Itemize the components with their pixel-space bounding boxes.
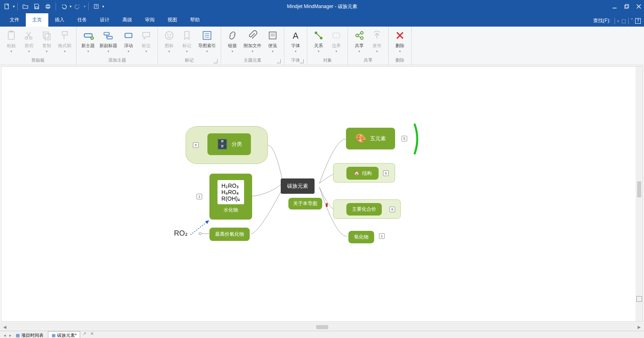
dialog-launcher[interactable]: [300, 59, 304, 63]
horizontal-scrollbar[interactable]: ◂ ▸: [0, 323, 644, 331]
ribbon-btn-导图索引[interactable]: 导图索引▾: [196, 28, 218, 55]
vertical-scrollbar[interactable]: [636, 66, 643, 321]
doctab[interactable]: ▦项目时间表: [12, 331, 47, 338]
document-tabs: ◂ ▸ ▦项目时间表▦碳族元素*↗✕: [0, 331, 644, 338]
ribbon-btn-链接[interactable]: 链接▾: [224, 28, 241, 55]
menu-tab-0[interactable]: 文件: [3, 13, 26, 27]
valence-count[interactable]: 8: [389, 207, 395, 212]
restore-button[interactable]: [624, 4, 630, 9]
bookmark-icon: ▮: [325, 202, 328, 207]
menu-tab-1[interactable]: 主页: [26, 13, 48, 27]
undo-dropdown[interactable]: ▾: [70, 4, 72, 8]
dialog-launcher[interactable]: [277, 59, 281, 63]
print-button[interactable]: [43, 1, 53, 12]
svg-rect-23: [125, 33, 132, 38]
search-label[interactable]: 查找(F):: [593, 17, 611, 24]
classify-count[interactable]: 8: [193, 142, 199, 148]
svg-rect-18: [62, 31, 67, 35]
save-button[interactable]: [31, 1, 42, 12]
ribbon-btn-新副标题[interactable]: 新副标题▾: [97, 28, 120, 55]
ribbon-btn-发布[interactable]: 发布▾: [368, 28, 386, 55]
menu-tab-6[interactable]: 审阅: [139, 13, 161, 27]
svg-point-24: [165, 31, 173, 39]
node-hydride[interactable]: 氢化物: [348, 231, 374, 243]
minimize-button[interactable]: [612, 4, 617, 9]
menu-tab-8[interactable]: 帮助: [184, 13, 206, 27]
redo-dropdown[interactable]: ▾: [84, 4, 86, 8]
doctab[interactable]: ▦碳族元素*: [48, 331, 80, 338]
ribbon-btn-便笺[interactable]: 便笺▾: [264, 28, 282, 55]
ribbon-btn-标注[interactable]: 标注▾: [137, 28, 155, 55]
hydrate-label: 水化物: [224, 207, 238, 214]
ro2-label: RO₂: [174, 229, 188, 238]
tab-popout[interactable]: ↗: [81, 331, 88, 338]
ribbon-btn-删除[interactable]: 删除▾: [391, 28, 409, 55]
ribbon-btn-新主题[interactable]: 新主题▾: [79, 28, 97, 55]
ribbon-btn-字体[interactable]: A字体▾: [287, 28, 304, 55]
five-label: 五元素: [370, 135, 386, 142]
collapse-ribbon-icon[interactable]: ˆ: [631, 18, 633, 24]
node-valence[interactable]: 主要化合价: [346, 203, 382, 216]
palette-icon: 🎨: [355, 133, 366, 144]
svg-rect-12: [8, 31, 14, 39]
ribbon-group-共享: 共享▾发布▾共享: [348, 27, 389, 65]
panel-icon-1[interactable]: ▫: [617, 18, 619, 24]
fit-view-button[interactable]: [636, 296, 642, 302]
ribbon-btn-剪切[interactable]: 剪切▾: [20, 28, 38, 55]
svg-text:?: ?: [95, 4, 97, 8]
ribbon-btn-标记[interactable]: 标记▾: [178, 28, 196, 55]
svg-rect-13: [10, 31, 13, 32]
ribbon-btn-共享[interactable]: 共享▾: [350, 28, 368, 55]
svg-point-25: [167, 34, 168, 35]
five-count[interactable]: 5: [402, 136, 407, 141]
menubar: 文件主页插入任务设计高级审阅视图帮助 查找(F): ▫ ⬚ ˆ ?: [0, 13, 644, 27]
ribbon-btn-浮动[interactable]: 浮动▾: [120, 28, 137, 55]
menu-tab-5[interactable]: 高级: [116, 13, 139, 27]
node-oxide[interactable]: 最高价氧化物: [209, 228, 250, 241]
open-button[interactable]: [20, 1, 31, 12]
structure-count[interactable]: 6: [383, 170, 389, 176]
menu-tab-7[interactable]: 视图: [161, 13, 184, 27]
help-button[interactable]: ?: [91, 1, 101, 12]
hydride-count[interactable]: 1: [379, 233, 385, 239]
undo-button[interactable]: [58, 1, 69, 12]
svg-rect-16: [43, 32, 48, 38]
close-button[interactable]: [636, 4, 642, 9]
help-icon[interactable]: ?: [635, 18, 641, 24]
svg-point-26: [170, 34, 171, 35]
tab-close[interactable]: ✕: [89, 331, 95, 338]
hscroll-left[interactable]: ◂: [2, 323, 8, 331]
svg-rect-22: [107, 36, 112, 39]
panel-icon-2[interactable]: ⬚: [621, 18, 626, 24]
dialog-launcher[interactable]: [213, 59, 217, 63]
ribbon-btn-图标[interactable]: 图标▾: [160, 28, 178, 55]
ribbon-btn-粘贴[interactable]: 粘贴▾: [2, 28, 20, 55]
ribbon-btn-格式刷[interactable]: 格式刷▾: [56, 28, 74, 55]
hydrate-count[interactable]: 1: [197, 194, 202, 199]
node-center[interactable]: 碳族元素: [281, 178, 315, 194]
tab-nav-right[interactable]: ▸: [7, 333, 14, 338]
redo-button[interactable]: [72, 1, 83, 12]
svg-rect-19: [84, 34, 92, 37]
ribbon-btn-关系[interactable]: 关系▾: [310, 28, 327, 55]
menu-tab-4[interactable]: 设计: [93, 13, 116, 27]
ribbon-btn-附加文件[interactable]: 附加文件▾: [241, 28, 264, 55]
svg-point-43: [199, 232, 201, 235]
ribbon-btn-边界[interactable]: 边界▾: [327, 28, 345, 55]
node-hydrate[interactable]: H₂RO₃ H₄RO₄ R(OH)₄ 水化物: [209, 174, 252, 220]
new-doc-button[interactable]: [2, 1, 12, 12]
node-structure[interactable]: 🏠 结构: [346, 167, 379, 180]
svg-rect-8: [625, 5, 628, 8]
hscroll-right[interactable]: ▸: [636, 323, 642, 331]
qat-dropdown[interactable]: ▾: [13, 4, 15, 8]
svg-text:A: A: [293, 31, 299, 41]
help-dropdown[interactable]: ▾: [102, 4, 104, 8]
menu-tab-2[interactable]: 插入: [48, 13, 71, 27]
node-five[interactable]: 🎨 五元素: [346, 128, 395, 149]
ribbon-btn-复制[interactable]: 复制▾: [38, 28, 56, 55]
canvas[interactable]: 碳族元素 关于本导图 ▮ 🗄️ 分类 8 H₂RO₃ H₄RO₄ R(OH)₄ …: [1, 66, 643, 322]
svg-rect-1: [35, 7, 38, 8]
node-about[interactable]: 关于本导图: [288, 198, 322, 209]
node-classify[interactable]: 🗄️ 分类: [207, 133, 251, 155]
menu-tab-3[interactable]: 任务: [71, 13, 93, 27]
